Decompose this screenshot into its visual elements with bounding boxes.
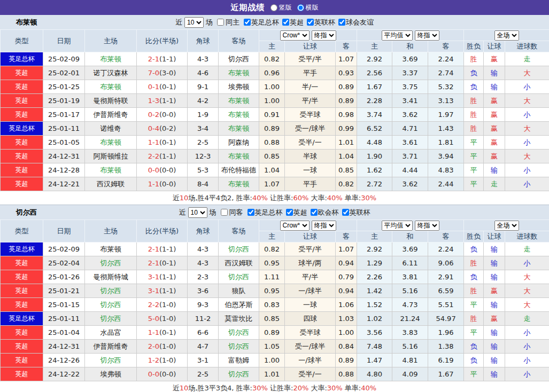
league-filter[interactable]: 英足总杯 <box>244 208 283 217</box>
match-type-cell: 英超 <box>1 66 43 80</box>
league-filter[interactable]: 英足总杯 <box>241 18 279 27</box>
score-cell: 2-0(1-0) <box>137 340 188 354</box>
odds-home-cell: 1.00 <box>259 80 285 94</box>
odds-handicap-cell: 受半球 <box>285 326 336 340</box>
horizontal-radio[interactable] <box>297 4 304 11</box>
league-checkbox[interactable] <box>244 19 251 26</box>
fulltime-score: 1-2 <box>148 356 159 364</box>
odds-home-cell: 0.89 <box>259 326 285 340</box>
avg-time-select[interactable]: 终指 <box>415 30 439 41</box>
match-type-cell: 英超 <box>1 80 43 94</box>
league-filter[interactable]: 英超 <box>279 18 304 27</box>
avg-away-cell: 6.19 <box>428 354 464 367</box>
halftime-score: (1-1) <box>159 245 176 253</box>
score-cell: 2-2(1-1) <box>137 150 188 163</box>
result-cell: 负 <box>464 80 484 94</box>
match-row: 英超24-12-26切尔西1-2(1-0)3-1富勒姆1.00一/球半0.891… <box>1 354 549 367</box>
handicap-result-cell: 输 <box>484 242 505 256</box>
league-checkbox[interactable] <box>248 209 254 216</box>
league-checkbox[interactable] <box>286 209 293 216</box>
avg-away-cell: 1.97 <box>428 108 464 122</box>
same-venue-checkbox[interactable] <box>221 209 228 216</box>
corner-cell: 2-3 <box>188 270 219 284</box>
match-type-cell: 英超 <box>1 284 43 298</box>
avg-home-cell: 2.92 <box>357 52 392 66</box>
score-cell: 2-1(1-1) <box>137 242 188 256</box>
score-cell: 1-3(1-1) <box>137 94 188 108</box>
same-venue-label: 同客 <box>229 208 243 217</box>
match-count-select[interactable]: 10 <box>184 17 204 28</box>
competition-badge: 英足总杯 <box>1 52 43 66</box>
vertical-radio[interactable] <box>270 4 277 11</box>
odds-time-select[interactable]: 终指 <box>312 221 336 231</box>
league-checkbox[interactable] <box>338 19 345 26</box>
odds-source-select[interactable]: Crow* <box>280 221 310 231</box>
league-checkbox[interactable] <box>342 209 349 216</box>
avg-away-cell: 3.94 <box>428 150 464 163</box>
layout-option-horizontal[interactable]: 横版 <box>297 3 319 12</box>
avg-source-select[interactable]: 平均值 <box>382 221 413 231</box>
col-away: 客场 <box>219 220 259 242</box>
col-home: 主场 <box>85 220 137 242</box>
result-cell: 胜 <box>464 122 484 136</box>
col-odds-handicap: 让球 <box>285 231 336 242</box>
odds-handicap-cell: 受平/半 <box>285 52 336 66</box>
league-filter[interactable]: 英联杯 <box>304 18 335 27</box>
avg-time-select[interactable]: 终指 <box>415 221 439 231</box>
handicap-result-cell: 赢 <box>484 312 505 326</box>
handicap-result-cell: 输 <box>484 326 505 340</box>
home-team-cell: 埃弗顿 <box>85 367 137 381</box>
summary-segment: 40% <box>252 194 268 202</box>
avg-home-cell: 2.26 <box>357 270 392 284</box>
goals-result-cell: 走 <box>505 52 549 66</box>
league-filter[interactable]: 欧会杯 <box>307 208 339 217</box>
score-cell: 0-0(0-0) <box>137 367 188 381</box>
scope-select[interactable]: 全场 <box>494 221 519 231</box>
halftime-score: (1-1) <box>159 55 176 63</box>
match-type-cell: 英足总杯 <box>1 242 43 256</box>
avg-away-cell: 2.91 <box>428 270 464 284</box>
match-date-cell: 25-01-21 <box>43 284 85 298</box>
league-checkbox[interactable] <box>282 19 289 26</box>
home-team-cell: 切尔西 <box>85 256 137 270</box>
layout-option-vertical[interactable]: 竖版 <box>270 3 292 12</box>
col-corner: 角球 <box>188 30 219 52</box>
match-date-cell: 25-02-09 <box>43 242 85 256</box>
halftime-score: (0-0) <box>159 111 176 119</box>
home-team-cell: 曼彻斯特联 <box>85 94 137 108</box>
corner-cell: 4-3 <box>188 242 219 256</box>
avg-away-cell: 2.44 <box>428 177 464 191</box>
summary-segment: 40% <box>361 384 376 392</box>
halftime-score: (1-0) <box>159 315 176 323</box>
competition-badge: 英超 <box>1 326 43 339</box>
col-avg-draw: 和 <box>392 41 428 52</box>
odds-time-select[interactable]: 终指 <box>312 30 336 41</box>
league-filter[interactable]: 英联杯 <box>339 208 370 217</box>
summary-row: 近10场,胜3平3负4, 胜率:30% 让胜率:20% 大率:30% 单率:40… <box>0 381 549 392</box>
league-filter[interactable]: 球会友谊 <box>335 18 374 27</box>
league-checkbox[interactable] <box>311 209 318 216</box>
match-type-cell: 英超 <box>1 136 43 150</box>
league-checkbox[interactable] <box>307 19 314 26</box>
col-odds-home: 主 <box>259 231 285 242</box>
summary-segment: 场,胜3平3负4, 胜率: <box>188 384 252 392</box>
odds-away-cell: 0.89 <box>336 94 357 108</box>
halftime-score: (0-2) <box>159 124 176 132</box>
odds-handicap-cell: 平/半 <box>285 270 336 284</box>
same-venue-checkbox[interactable] <box>217 19 224 26</box>
results-table: 类型 日期 主场 比分(半场) 角球 客场 Crow*终指 平均值终指 全场 <box>0 29 549 191</box>
avg-home-cell: 2.72 <box>357 177 392 191</box>
handicap-result-cell: 输 <box>484 256 505 270</box>
match-count-select[interactable]: 10 <box>188 207 207 218</box>
scope-select[interactable]: 全场 <box>494 30 519 41</box>
match-type-cell: 英超 <box>1 108 43 122</box>
league-filter[interactable]: 英超 <box>283 208 307 217</box>
odds-handicap-cell: 平手 <box>285 177 336 191</box>
odds-source-select[interactable]: Crow* <box>280 30 310 41</box>
match-date-cell: 25-01-04 <box>43 326 85 340</box>
odds-home-cell: 0.89 <box>259 122 285 136</box>
filter-near-label: 近 <box>175 18 182 27</box>
avg-source-select[interactable]: 平均值 <box>382 30 413 41</box>
match-date-cell: 24-12-21 <box>43 177 85 191</box>
summary-segment: 大率: <box>308 384 327 392</box>
